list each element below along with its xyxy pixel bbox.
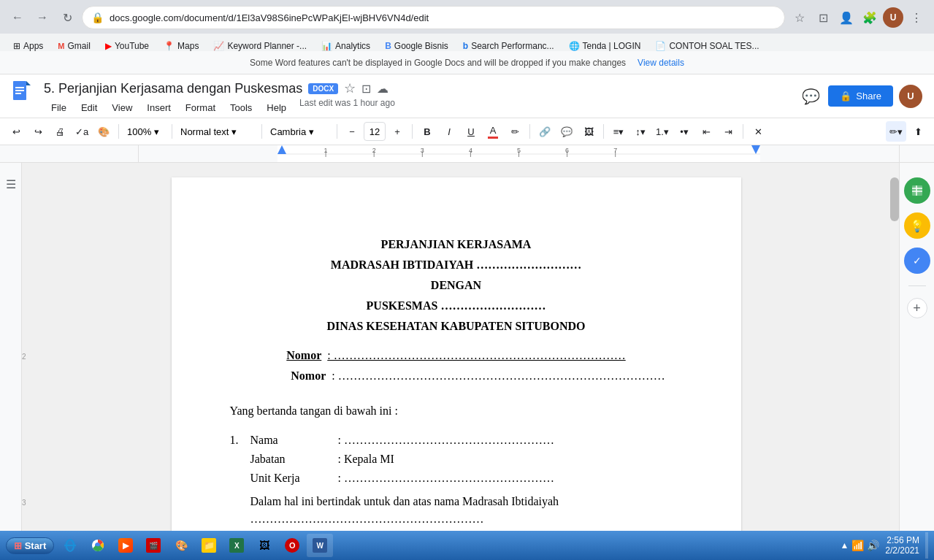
bookmark-keyword-planner[interactable]: 📈 Keyword Planner -... <box>207 39 313 53</box>
taskbar-excel-icon[interactable]: X <box>223 534 250 557</box>
taskbar-photos-icon[interactable]: 🖼 <box>251 534 277 557</box>
bookmark-contoh-soal[interactable]: 📄 CONTOH SOAL TES... <box>649 39 765 53</box>
style-select[interactable]: Normal text ▾ <box>177 121 257 142</box>
spell-check-button[interactable]: ✓a <box>72 121 92 142</box>
indent-decrease-button[interactable]: ⇤ <box>696 121 716 142</box>
comment-button[interactable]: 💬 <box>799 85 822 108</box>
align-button[interactable]: ≡▾ <box>608 121 629 142</box>
insert-image-button[interactable]: 🖼 <box>578 121 599 142</box>
contoh-soal-icon: 📄 <box>655 41 666 51</box>
rp-tasks-icon[interactable]: ✓ <box>904 248 930 274</box>
menu-view[interactable]: View <box>104 98 139 118</box>
svg-text:5: 5 <box>517 147 521 154</box>
rp-sheets-icon[interactable] <box>904 177 930 204</box>
underline-button[interactable]: U <box>461 121 481 142</box>
user-avatar-docs[interactable]: U <box>899 85 922 108</box>
bookmark-apps[interactable]: ⊞ Apps <box>7 39 49 53</box>
outline-icon[interactable]: ☰ <box>6 177 16 191</box>
svg-text:6: 6 <box>565 147 569 154</box>
star-icon[interactable]: ☆ <box>344 80 356 96</box>
menu-edit[interactable]: Edit <box>74 98 104 118</box>
bookmark-search-performance[interactable]: b Search Performanc... <box>457 39 560 53</box>
bookmark-gmail[interactable]: M Gmail <box>52 39 96 53</box>
menu-format[interactable]: Format <box>178 98 223 118</box>
numbered-list-button[interactable]: 1.▾ <box>652 121 673 142</box>
intro-paragraph: Yang bertanda tangan di bawah ini : <box>230 402 683 420</box>
back-button[interactable]: ← <box>7 7 28 28</box>
bullet-list-button[interactable]: •▾ <box>674 121 694 142</box>
taskbar-opera-icon[interactable]: O <box>279 534 305 557</box>
indent-increase-button[interactable]: ⇥ <box>718 121 738 142</box>
rp-keep-icon[interactable]: 💡 <box>904 212 930 239</box>
menu-help[interactable]: Help <box>259 98 294 118</box>
menu-button[interactable]: ⋮ <box>906 7 927 28</box>
bookmark-maps[interactable]: 📍 Maps <box>158 39 204 53</box>
toolbar-separator-5 <box>412 124 413 139</box>
taskbar-word-icon[interactable]: W <box>307 534 333 557</box>
taskbar-left: ⊞ Start <box>6 534 333 557</box>
refresh-button[interactable]: ↻ <box>57 7 77 28</box>
party1-jabatan-label: Jabatan <box>250 450 338 468</box>
right-indent-marker[interactable] <box>751 145 760 154</box>
print-button[interactable]: 🖨 <box>50 121 70 142</box>
cast-button[interactable]: ⊡ <box>813 7 833 28</box>
forward-button[interactable]: → <box>32 7 53 28</box>
bold-button[interactable]: B <box>417 121 437 142</box>
view-details-link[interactable]: View details <box>638 58 684 68</box>
show-desktop-button[interactable] <box>925 532 928 559</box>
line-spacing-button[interactable]: ↕▾ <box>630 121 651 142</box>
folder-icon[interactable]: ⊡ <box>361 82 371 96</box>
volume-icon[interactable]: 🔊 <box>867 540 879 551</box>
clear-formatting-button[interactable]: ✕ <box>748 121 768 142</box>
left-indent-marker[interactable] <box>277 145 286 154</box>
bookmark-analytics[interactable]: 📊 Analytics <box>315 39 376 53</box>
bookmark-google-bisnis[interactable]: B Google Bisnis <box>379 39 454 53</box>
party1-num: 1. <box>230 431 245 531</box>
font-size-decrease-button[interactable]: − <box>342 121 362 142</box>
font-size-value[interactable]: 12 <box>364 122 386 141</box>
undo-button[interactable]: ↩ <box>6 121 26 142</box>
extensions-button[interactable]: 🧩 <box>860 7 880 28</box>
link-button[interactable]: 🔗 <box>535 121 555 142</box>
user-avatar[interactable]: U <box>883 7 903 28</box>
vertical-scrollbar[interactable] <box>890 163 899 531</box>
font-color-button[interactable]: A <box>483 121 503 142</box>
bookmark-star-button[interactable]: ☆ <box>789 7 810 28</box>
insert-comment-button[interactable]: 💬 <box>556 121 577 142</box>
share-button[interactable]: 🔒 Share <box>828 85 893 107</box>
document-title[interactable]: 5. Perjanjian Kerjasama dengan Puskesmas <box>44 81 302 96</box>
redo-button[interactable]: ↪ <box>28 121 48 142</box>
rp-add-button[interactable]: + <box>907 298 927 318</box>
zoom-select[interactable]: 100% ▾ <box>123 121 167 142</box>
cloud-save-icon[interactable]: ☁ <box>377 82 388 96</box>
svg-marker-20 <box>277 145 286 154</box>
suggest-edits-button[interactable]: ✏▾ <box>886 121 906 142</box>
menu-tools[interactable]: Tools <box>223 98 259 118</box>
doc-title-line3: DENGAN <box>230 277 683 294</box>
expand-toolbar-button[interactable]: ⬆ <box>908 121 928 142</box>
taskbar-chrome-icon[interactable] <box>85 534 111 557</box>
paint-format-button[interactable]: 🎨 <box>93 121 114 142</box>
menu-insert[interactable]: Insert <box>139 98 178 118</box>
bookmark-tenda-login[interactable]: 🌐 Tenda | LOGIN <box>563 39 647 53</box>
lock-icon: 🔒 <box>91 12 104 23</box>
bookmark-youtube[interactable]: ▶ YouTube <box>99 39 155 53</box>
doc-scroll-area[interactable]: 2 3 4 PERJANJIAN KERJASAMA MADRASAH IBTI… <box>22 163 890 531</box>
font-size-increase-button[interactable]: + <box>387 121 407 142</box>
network-icon[interactable]: ▲ <box>840 540 849 551</box>
scroll-thumb[interactable] <box>890 177 899 221</box>
profile-extension-button[interactable]: 👤 <box>836 7 857 28</box>
menu-file[interactable]: File <box>44 98 74 118</box>
highlight-button[interactable]: ✏ <box>505 121 525 142</box>
taskbar-paint-icon[interactable]: 🎨 <box>168 534 194 557</box>
taskbar-ie-icon[interactable] <box>57 534 83 557</box>
italic-button[interactable]: I <box>439 121 459 142</box>
font-select[interactable]: Cambria ▾ <box>267 121 332 142</box>
clock[interactable]: 2:56 PM 2/2/2021 <box>885 535 919 556</box>
taskbar-media-icon[interactable]: ▶ <box>112 534 139 557</box>
taskbar-movie-icon[interactable]: 🎬 <box>140 534 166 557</box>
taskbar-explorer-icon[interactable]: 📁 <box>196 534 222 557</box>
start-button[interactable]: ⊞ Start <box>6 537 54 554</box>
party1-section: 1. Nama : ……………………………………………… Jabatan : K… <box>230 431 683 531</box>
address-bar[interactable]: 🔒 docs.google.com/document/d/1El3aV98S6i… <box>82 6 785 29</box>
